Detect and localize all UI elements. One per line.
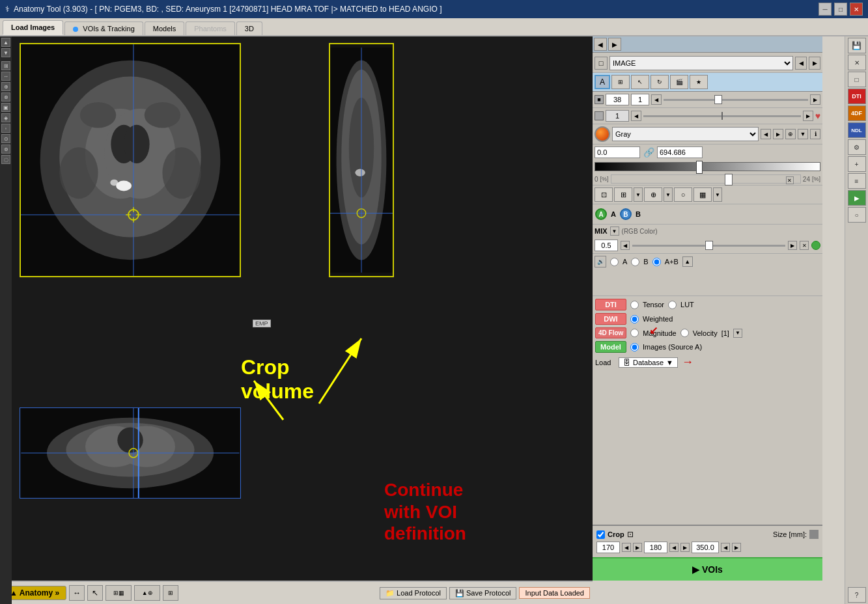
display-dd1[interactable]: ▼ — [634, 187, 643, 202]
rv-window-btn[interactable]: □ — [848, 72, 866, 87]
cm-options-btn[interactable]: ▼ — [798, 129, 808, 139]
max-value-input[interactable]: 694.686 — [657, 146, 703, 158]
display-btn1[interactable]: ⊡ — [595, 187, 613, 202]
panel-nav-right[interactable]: ▶ — [608, 38, 621, 51]
image-icon[interactable]: □ — [595, 57, 608, 70]
gradient-thumb[interactable] — [696, 161, 703, 174]
close-button[interactable]: ✕ — [850, 3, 863, 16]
crop-val1[interactable]: 170 — [596, 542, 620, 553]
tab-models[interactable]: Models — [145, 21, 184, 35]
crop-val2[interactable]: 180 — [644, 542, 667, 553]
scroll-up-btn[interactable]: ▲ — [1, 38, 10, 47]
tool-icon1[interactable]: ⊞▦ — [105, 585, 132, 601]
heart-icon[interactable]: ♥ — [815, 111, 820, 121]
channel-options-btn[interactable]: ▲ — [682, 256, 693, 267]
audio-icon[interactable]: 🔊 — [595, 256, 606, 268]
channel-A-icon[interactable]: A — [595, 75, 610, 89]
mix-slider[interactable] — [632, 245, 785, 247]
mix-dropdown[interactable]: ▼ — [610, 226, 619, 236]
scroll-down-btn[interactable]: ▼ — [1, 48, 10, 57]
mri-sagittal-view[interactable] — [329, 43, 394, 277]
cursor-tool-btn[interactable]: ↖ — [87, 585, 103, 601]
colormap-dropdown[interactable]: Gray — [612, 127, 759, 141]
display-dd2[interactable]: ▼ — [664, 187, 673, 202]
tool-icon2[interactable]: ▲⊕ — [134, 585, 160, 601]
slice-max-input[interactable]: 1 — [631, 94, 649, 105]
crop-v1-next[interactable]: ▶ — [633, 543, 642, 552]
cursor-icon[interactable]: ↖ — [631, 75, 649, 89]
dwi-weighted-radio[interactable] — [630, 315, 639, 323]
mix-prev-btn[interactable]: ◀ — [621, 241, 630, 250]
cm-copy-btn[interactable]: ⊕ — [785, 129, 796, 139]
mix-next-btn[interactable]: ▶ — [788, 241, 797, 250]
tab-load-images[interactable]: Load Images — [3, 20, 63, 35]
vois-button[interactable]: ▶ VOIs — [593, 557, 822, 581]
scroll-tool5[interactable]: ▣ — [1, 103, 10, 112]
display-btn4[interactable]: ○ — [674, 187, 692, 202]
rv-help-btn[interactable]: ? — [848, 587, 866, 603]
scroll-tool10[interactable]: ◌ — [1, 155, 10, 164]
crop-checkbox[interactable] — [596, 530, 605, 539]
rv-list-btn[interactable]: ≡ — [848, 173, 866, 189]
mri-axial-view[interactable] — [20, 43, 241, 277]
crop-v3-prev[interactable]: ◀ — [721, 543, 730, 552]
rv-circle-btn[interactable]: ○ — [848, 207, 866, 223]
model-images-radio[interactable] — [630, 343, 639, 351]
rv-settings-btn[interactable]: ⚙ — [848, 139, 866, 155]
percent-close-btn[interactable]: ✕ — [786, 176, 794, 184]
flow-options-btn[interactable]: ▼ — [733, 329, 742, 338]
crop-v3-next[interactable]: ▶ — [732, 543, 741, 552]
slice-slider[interactable] — [664, 99, 808, 101]
cm-prev-btn[interactable]: ◀ — [761, 129, 771, 139]
flow4d-btn[interactable]: 4D Flow — [595, 327, 626, 338]
scroll-tool1[interactable]: ⊞ — [1, 61, 10, 70]
flow-vel-radio[interactable] — [680, 329, 689, 337]
maximize-button[interactable]: □ — [834, 3, 847, 16]
rotate-icon[interactable]: ↻ — [651, 75, 669, 89]
percent-thumb[interactable] — [725, 174, 733, 185]
slice-number-input[interactable]: 38 — [606, 94, 629, 105]
channel-b-button[interactable]: B — [620, 208, 632, 220]
slice-next-btn[interactable]: ▶ — [810, 94, 820, 105]
rv-add-btn[interactable]: + — [848, 156, 866, 172]
tab-vois-tracking[interactable]: VOIs & Tracking — [64, 21, 143, 35]
gradient-bar[interactable] — [595, 162, 820, 171]
mri-coronal-view[interactable] — [20, 407, 241, 499]
film-icon[interactable]: 🎬 — [670, 75, 688, 89]
display-btn3[interactable]: ⊕ — [644, 187, 662, 202]
slice-prev-btn[interactable]: ◀ — [651, 94, 662, 105]
rv-dti-btn[interactable]: DTI — [848, 89, 866, 104]
rv-4df-btn[interactable]: 4DF — [848, 105, 866, 121]
save-protocol-btn[interactable]: 💾 Save Protocol — [449, 587, 516, 599]
dti-lut-radio[interactable] — [668, 301, 677, 309]
image-dropdown[interactable]: IMAGE — [609, 56, 793, 70]
star-icon[interactable]: ★ — [690, 75, 708, 89]
radio-a[interactable] — [610, 258, 619, 266]
dti-btn[interactable]: DTI — [595, 299, 626, 310]
tab-3d[interactable]: 3D — [236, 21, 262, 35]
scroll-tool4[interactable]: ⊗ — [1, 92, 10, 102]
display-btn2[interactable]: ⊞ — [614, 187, 632, 202]
radio-ab[interactable] — [652, 258, 661, 266]
image-nav-right[interactable]: ▶ — [809, 57, 820, 70]
dti-tensor-radio[interactable] — [630, 301, 639, 309]
rv-play-btn[interactable]: ▶ — [848, 190, 866, 206]
database-dropdown[interactable]: 🗄 Database ▼ — [619, 357, 678, 368]
scroll-tool2[interactable]: ↔ — [1, 72, 10, 81]
brightness-prev-btn[interactable]: ◀ — [631, 111, 641, 121]
percent-slider-area[interactable]: ✕ — [611, 174, 801, 184]
image-nav-left[interactable]: ◀ — [795, 57, 807, 70]
crop-v2-next[interactable]: ▶ — [680, 543, 690, 552]
model-btn[interactable]: Model — [595, 341, 626, 353]
cm-next-btn[interactable]: ▶ — [773, 129, 783, 139]
nav-icon-btn[interactable]: ↔ — [69, 585, 85, 601]
channel-a-button[interactable]: A — [595, 208, 607, 220]
radio-b[interactable] — [631, 258, 639, 266]
display-btn5[interactable]: ▦ — [693, 187, 712, 202]
anatomy-button[interactable]: ▲ Anatomy » — [3, 586, 66, 600]
brightness-input[interactable] — [606, 110, 629, 122]
crop-v1-prev[interactable]: ◀ — [622, 543, 631, 552]
mix-close-btn[interactable]: ✕ — [800, 241, 809, 250]
rv-save-btn[interactable]: 💾 — [848, 38, 866, 53]
cm-info-btn[interactable]: ℹ — [810, 129, 820, 139]
